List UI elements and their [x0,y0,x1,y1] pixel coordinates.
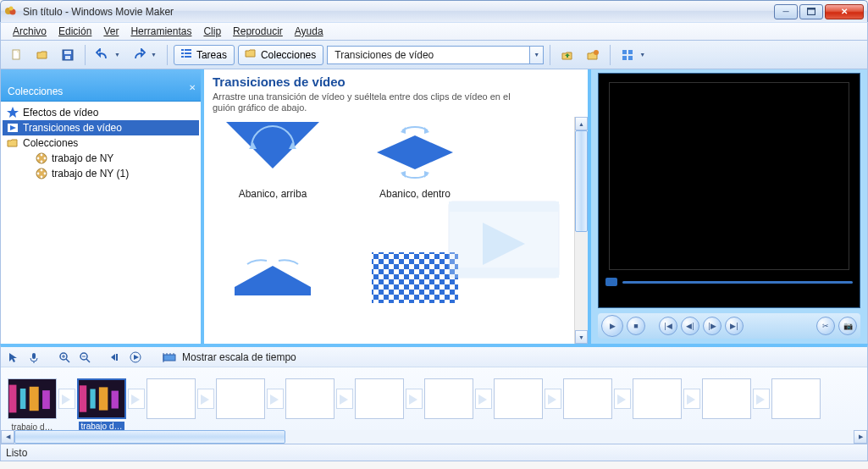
open-button[interactable] [31,45,53,65]
take-photo-button[interactable]: 📷 [838,317,857,335]
next-clip-button[interactable]: ▶| [725,317,744,335]
svg-rect-63 [116,354,118,361]
sb-toggle-timeline[interactable]: Mostrar escala de tiempo [182,351,296,363]
tree-item-trabajo-ny[interactable]: trabajo de NY [3,151,199,166]
minimize-button[interactable]: ─ [774,4,798,19]
location-text: Transiciones de vídeo [334,49,526,61]
step-back-button[interactable]: ◀| [681,317,699,335]
stop-button[interactable]: ■ [627,317,645,335]
menu-reproducir[interactable]: Reproducir [228,24,288,39]
sb-cursor-button[interactable] [6,350,21,365]
transition-slot[interactable] [336,389,353,409]
reel-icon [35,167,48,180]
save-button[interactable] [57,45,79,65]
seek-slider[interactable] [605,277,853,287]
clip-label: trabajo d… [79,422,124,430]
storyboard-clip-empty[interactable] [633,378,682,419]
svg-marker-23 [7,107,19,118]
maximize-button[interactable] [799,4,823,19]
svg-rect-10 [181,52,184,54]
menu-clip[interactable]: Clip [198,24,226,39]
sidebar-title: Colecciones [8,86,63,97]
storyboard-clip-empty[interactable] [424,378,473,419]
tree-item-transiciones[interactable]: Transiciones de vídeo [3,120,199,135]
split-clip-button[interactable]: ✂ [816,317,835,335]
preview-video-frame [609,82,849,270]
step-fwd-button[interactable]: |▶ [703,317,721,335]
storyboard-clip-2[interactable]: trabajo d… [77,378,126,419]
sb-rewind-button[interactable] [108,350,123,365]
storyboard-clip-empty[interactable] [494,378,543,419]
storyboard-clip-empty[interactable] [702,378,751,419]
transition-slot[interactable] [475,389,492,409]
storyboard: Mostrar escala de tiempo trabajo d… trab… [0,344,868,444]
tree-label: trabajo de NY (1) [52,168,129,179]
sb-zoom-out-button[interactable] [77,350,92,365]
storyboard-track[interactable]: trabajo d… trabajo d… [1,367,867,430]
redo-button[interactable]: ▼ [128,45,161,65]
transition-item-partial-1[interactable] [218,249,328,342]
transition-slot[interactable] [614,389,631,409]
menu-ayuda[interactable]: Ayuda [290,24,329,39]
hscroll-thumb[interactable] [14,430,285,444]
storyboard-clip-1[interactable]: trabajo d… [8,378,57,419]
transition-slot[interactable] [545,389,561,409]
star-icon [6,106,19,119]
transition-item-partial-2[interactable] [360,249,470,342]
tareas-button[interactable]: Tareas [174,45,235,65]
location-dropdown-button[interactable]: ▼ [530,46,544,64]
hscroll-right-button[interactable]: ▶ [854,430,867,444]
colecciones-button[interactable]: Colecciones [238,45,323,65]
transition-slot[interactable] [267,389,284,409]
new-project-button[interactable] [6,45,28,65]
sb-play-button[interactable] [128,350,143,365]
svg-point-27 [41,154,43,157]
scroll-up-button[interactable]: ▲ [575,117,588,130]
menu-herramientas[interactable]: Herramientas [125,24,196,39]
app-icon [4,5,18,19]
svg-rect-22 [628,56,633,60]
storyboard-clip-empty[interactable] [216,378,265,419]
sb-zoom-in-button[interactable] [57,350,72,365]
sidebar-header: Colecciones ✕ [1,69,201,102]
menu-edicion[interactable]: Edición [53,24,97,39]
sb-mic-button[interactable] [26,350,41,365]
transition-slot[interactable] [197,389,214,409]
hscroll-left-button[interactable]: ◀ [1,430,14,444]
prev-clip-button[interactable]: |◀ [659,317,677,335]
tree-item-trabajo-ny-1[interactable]: trabajo de NY (1) [3,166,199,181]
undo-button[interactable]: ▼ [91,45,124,65]
play-button[interactable]: ▶ [601,315,623,337]
menu-ver[interactable]: Ver [98,24,124,39]
location-combo[interactable]: Transiciones de vídeo [327,46,530,64]
transition-slot[interactable] [683,389,700,409]
view-button[interactable]: ▼ [616,45,650,65]
storyboard-clip-empty[interactable] [771,378,821,419]
svg-marker-48 [235,266,311,295]
transition-slot[interactable] [406,389,423,409]
transition-slot[interactable] [753,389,770,409]
storyboard-clip-empty[interactable] [355,378,404,419]
svg-point-29 [37,157,40,160]
svg-point-33 [41,176,43,179]
storyboard-clip-empty[interactable] [147,378,196,419]
tree-item-colecciones-folder[interactable]: Colecciones [3,135,199,151]
tree-item-efectos[interactable]: Efectos de vídeo [3,105,199,120]
titlebar: Sin título - Windows Movie Maker ─ ✕ [0,0,868,22]
menu-archivo[interactable]: Archivo [8,24,52,39]
transition-slot[interactable] [58,389,75,409]
sidebar-close-button[interactable]: ✕ [189,83,196,92]
transition-item-abanico-dentro[interactable]: Abanico, dentro [360,122,470,215]
scroll-down-button[interactable]: ▼ [575,330,588,344]
content-scrollbar[interactable]: ▲ ▼ [574,117,588,344]
storyboard-hscrollbar[interactable]: ◀ ▶ [1,430,867,444]
reel-icon [35,152,48,165]
close-button[interactable]: ✕ [825,4,864,19]
storyboard-clip-empty[interactable] [285,378,334,419]
scroll-thumb[interactable] [575,130,588,232]
storyboard-clip-empty[interactable] [563,378,612,419]
new-folder-button[interactable] [582,45,604,65]
up-folder-button[interactable] [556,45,578,65]
transition-slot[interactable] [128,389,145,409]
transition-item-abanico-arriba[interactable]: Abanico, arriba [218,122,328,215]
